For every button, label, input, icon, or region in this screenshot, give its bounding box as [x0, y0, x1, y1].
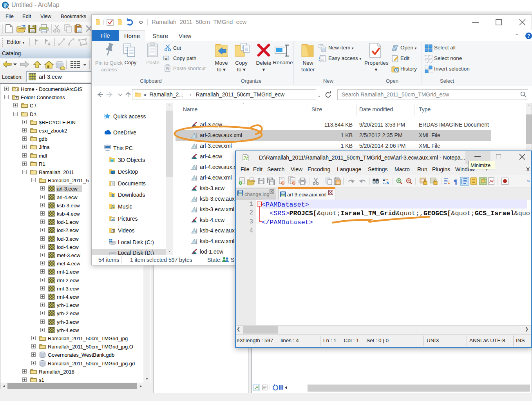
svg-text:a: a — [383, 178, 385, 181]
svg-text:b: b — [387, 181, 389, 185]
svg-text:¶: ¶ — [454, 178, 457, 185]
svg-text:A: A — [48, 42, 51, 46]
svg-text:»: » — [527, 178, 530, 184]
svg-text:...: ... — [167, 58, 170, 60]
